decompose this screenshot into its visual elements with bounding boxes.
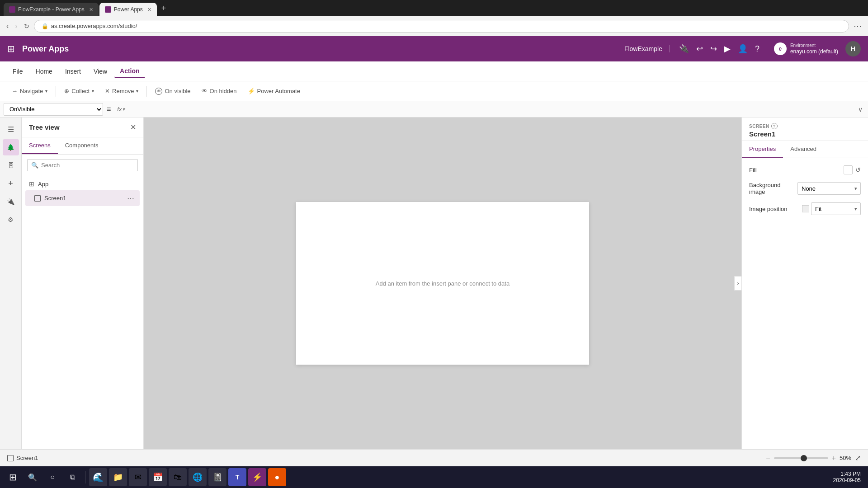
equals-sign: ≡ bbox=[105, 105, 113, 113]
props-screen-name: Screen1 bbox=[749, 130, 861, 138]
tab-components[interactable]: Components bbox=[58, 137, 106, 154]
help-button[interactable]: ? bbox=[755, 44, 760, 54]
collect-label: Collect bbox=[71, 88, 90, 94]
taskbar-teams[interactable]: T bbox=[228, 468, 246, 486]
user-button[interactable]: 👤 bbox=[738, 44, 748, 54]
screen-label-text: SCREEN bbox=[749, 124, 769, 129]
address-field[interactable]: 🔒 as.create.powerapps.com/studio/ bbox=[34, 20, 849, 33]
undo-button[interactable]: ↩ bbox=[696, 44, 703, 54]
taskbar-calendar[interactable]: 📅 bbox=[149, 468, 167, 486]
on-hidden-icon: 👁 bbox=[202, 88, 208, 94]
sidebar-vars-button[interactable]: ⚙ bbox=[3, 211, 19, 228]
sidebar-menu-button[interactable]: ☰ bbox=[3, 121, 19, 137]
menu-item-file[interactable]: File bbox=[7, 65, 28, 78]
tab1-favicon bbox=[9, 6, 15, 13]
tree-search-input[interactable] bbox=[41, 162, 134, 169]
screen1-more-button[interactable]: ⋯ bbox=[125, 193, 136, 203]
tree-search-box[interactable]: 🔍 bbox=[27, 159, 138, 171]
help-circle-icon: ? bbox=[771, 123, 778, 129]
app-item-icon: ⊞ bbox=[29, 180, 34, 188]
taskbar-chrome[interactable]: 🌐 bbox=[189, 468, 207, 486]
props-header: SCREEN ? Screen1 bbox=[742, 117, 868, 141]
tree-close-button[interactable]: ✕ bbox=[130, 123, 136, 131]
zoom-slider-thumb[interactable] bbox=[801, 455, 807, 461]
tab-properties[interactable]: Properties bbox=[742, 141, 783, 158]
tab-screens[interactable]: Screens bbox=[22, 137, 58, 154]
on-hidden-button[interactable]: 👁 On hidden bbox=[197, 85, 241, 97]
fx-label: fx bbox=[117, 106, 122, 113]
remove-chevron: ▾ bbox=[136, 89, 138, 94]
forward-button[interactable]: › bbox=[13, 20, 19, 32]
zoom-fullscreen-button[interactable]: ⤢ bbox=[855, 454, 861, 462]
toolbar-separator-2 bbox=[146, 86, 147, 97]
background-image-select[interactable]: None bbox=[797, 182, 861, 195]
status-bar: Screen1 − + 50% ⤢ bbox=[0, 449, 868, 466]
zoom-plus-button[interactable]: + bbox=[832, 454, 836, 462]
formula-bar: OnVisible ≡ fx ▾ ∨ bbox=[0, 101, 868, 117]
status-screen: Screen1 bbox=[7, 455, 38, 461]
search-icon: 🔍 bbox=[31, 162, 38, 169]
taskbar-orange[interactable]: ● bbox=[268, 468, 286, 486]
back-button[interactable]: ‹ bbox=[5, 20, 10, 32]
menu-item-view[interactable]: View bbox=[88, 65, 113, 78]
screen1-label: Screen1 bbox=[44, 195, 122, 202]
power-automate-button[interactable]: ⚡ Power Automate bbox=[243, 85, 305, 97]
zoom-minus-button[interactable]: − bbox=[766, 454, 770, 462]
menu-item-action[interactable]: Action bbox=[114, 65, 145, 78]
app-item[interactable]: ⊞ App bbox=[25, 178, 140, 190]
address-bar-row: ‹ › ↻ 🔒 as.create.powerapps.com/studio/ … bbox=[0, 16, 868, 36]
menu-item-home[interactable]: Home bbox=[30, 65, 58, 78]
taskbar-explorer[interactable]: 📁 bbox=[109, 468, 127, 486]
tree-header: Tree view ✕ bbox=[22, 117, 143, 137]
taskbar-store[interactable]: 🛍 bbox=[169, 468, 187, 486]
collect-button[interactable]: ⊕ Collect ▾ bbox=[60, 85, 99, 97]
power-automate-label: Power Automate bbox=[257, 88, 300, 94]
taskbar-edge[interactable]: 🌊 bbox=[89, 468, 107, 486]
menu-item-insert[interactable]: Insert bbox=[60, 65, 86, 78]
taskbar-cortana-button[interactable]: ○ bbox=[43, 468, 61, 486]
remove-button[interactable]: ✕ Remove ▾ bbox=[100, 85, 143, 97]
zoom-value: 50% bbox=[840, 455, 851, 461]
tab1-close[interactable]: ✕ bbox=[89, 7, 93, 13]
image-position-select-wrap: Fit ▾ bbox=[802, 202, 861, 215]
play-button[interactable]: ▶ bbox=[724, 44, 731, 54]
screen1-item[interactable]: Screen1 ⋯ bbox=[25, 190, 140, 206]
sidebar-tree-button[interactable]: 🌲 bbox=[3, 139, 19, 155]
sidebar-add-button[interactable]: + bbox=[3, 175, 19, 192]
tab-2[interactable]: Power Apps ✕ bbox=[99, 3, 157, 16]
on-visible-button[interactable]: 👁 On visible bbox=[151, 85, 195, 97]
props-expand-handle[interactable]: › bbox=[734, 276, 741, 291]
redo-button[interactable]: ↪ bbox=[710, 44, 717, 54]
fill-color-swatch[interactable] bbox=[844, 165, 853, 174]
avatar[interactable]: H bbox=[845, 41, 861, 56]
navigate-button[interactable]: → Navigate ▾ bbox=[7, 85, 52, 97]
taskbar-pa[interactable]: ⚡ bbox=[248, 468, 266, 486]
app-item-label: App bbox=[38, 181, 48, 188]
start-button[interactable]: ⊞ bbox=[4, 468, 22, 486]
formula-input[interactable] bbox=[129, 103, 854, 116]
refresh-button[interactable]: ↻ bbox=[22, 21, 31, 32]
taskbar-taskview-button[interactable]: ⧉ bbox=[63, 468, 81, 486]
tab-1[interactable]: FlowExample - Power Apps ✕ bbox=[4, 3, 99, 16]
browser-settings-button[interactable]: ⋯ bbox=[852, 19, 863, 33]
taskbar-date: 2020-09-05 bbox=[833, 477, 861, 483]
image-position-row: Image position Fit ▾ bbox=[749, 202, 861, 215]
formula-expand-button[interactable]: ∨ bbox=[856, 104, 864, 115]
fill-refresh-button[interactable]: ↺ bbox=[855, 166, 861, 174]
sidebar-data-button[interactable]: 🗄 bbox=[3, 157, 19, 174]
canvas-hint: Add an item from the insert pane or conn… bbox=[376, 280, 509, 287]
taskbar-mail[interactable]: ✉ bbox=[129, 468, 147, 486]
fx-button[interactable]: fx ▾ bbox=[114, 106, 127, 113]
on-visible-icon: 👁 bbox=[155, 88, 162, 95]
tab-advanced[interactable]: Advanced bbox=[783, 141, 824, 158]
connect-icon-button[interactable]: 🔌 bbox=[679, 44, 689, 54]
add-tab-button[interactable]: + bbox=[158, 2, 170, 15]
taskbar-search-button[interactable]: 🔍 bbox=[24, 468, 42, 486]
grid-icon-button[interactable]: ⊞ bbox=[7, 43, 15, 54]
sidebar-connector-button[interactable]: 🔌 bbox=[3, 193, 19, 210]
tab2-close[interactable]: ✕ bbox=[147, 7, 151, 13]
zoom-slider-track[interactable] bbox=[774, 457, 828, 459]
taskbar-onenote[interactable]: 📓 bbox=[208, 468, 226, 486]
image-position-select[interactable]: Fit bbox=[811, 202, 861, 215]
formula-select[interactable]: OnVisible bbox=[4, 103, 103, 116]
